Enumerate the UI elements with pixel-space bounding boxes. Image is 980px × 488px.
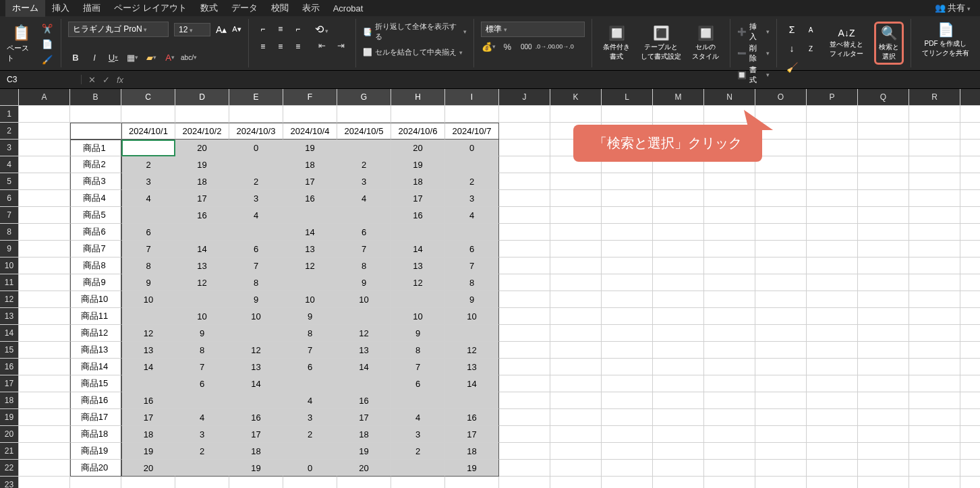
cell-O18[interactable] [755, 392, 807, 409]
cell-B21[interactable]: 商品19 [70, 443, 121, 460]
cell-C15[interactable]: 13 [121, 342, 175, 359]
cell-Q14[interactable] [858, 325, 909, 342]
cell-C2[interactable]: 2024/10/1 [121, 123, 175, 140]
cell-I9[interactable]: 6 [445, 241, 499, 257]
cell-E22[interactable]: 19 [229, 460, 283, 477]
cell-M14[interactable] [653, 325, 704, 342]
cell-E10[interactable]: 7 [229, 257, 283, 274]
cell-S15[interactable] [960, 342, 980, 359]
cell-I6[interactable]: 3 [445, 190, 499, 207]
cell-O17[interactable] [755, 375, 807, 392]
cell-Q19[interactable] [858, 409, 909, 426]
cell-D6[interactable]: 17 [175, 190, 229, 207]
cell-K18[interactable] [550, 392, 602, 409]
cell-Q2[interactable] [858, 123, 909, 140]
cell-H23[interactable] [391, 477, 445, 488]
cell-N10[interactable] [704, 257, 755, 274]
cell-H3[interactable]: 20 [391, 140, 445, 156]
ribbon-tab-1[interactable]: 挿入 [45, 0, 76, 17]
cell-Q3[interactable] [858, 140, 909, 156]
cell-J19[interactable] [499, 409, 550, 426]
cell-O11[interactable] [755, 274, 807, 291]
clear-button[interactable]: 🧹 [784, 59, 800, 75]
row-header-6[interactable]: 6 [0, 190, 19, 207]
cell-S11[interactable] [960, 274, 980, 291]
cell-M9[interactable] [653, 241, 704, 257]
cell-F11[interactable] [283, 274, 337, 291]
cell-H22[interactable] [391, 460, 445, 477]
fx-button[interactable]: fx [117, 75, 123, 85]
cell-G7[interactable] [337, 207, 391, 224]
cell-G2[interactable]: 2024/10/5 [337, 123, 391, 140]
cell-I14[interactable] [445, 325, 499, 342]
cell-B2[interactable] [70, 123, 121, 140]
cell-K10[interactable] [550, 257, 602, 274]
cell-A11[interactable] [19, 274, 70, 291]
cell-B17[interactable]: 商品15 [70, 375, 121, 392]
orientation-button[interactable]: ⟲ [315, 23, 349, 36]
cell-A14[interactable] [19, 325, 70, 342]
cell-B8[interactable]: 商品6 [70, 224, 121, 241]
col-header-K[interactable]: K [550, 89, 602, 106]
border-button[interactable]: ▦ [125, 50, 140, 65]
ribbon-tab-8[interactable]: Acrobat [326, 1, 370, 16]
row-header-9[interactable]: 9 [0, 241, 19, 257]
cell-S1[interactable] [960, 106, 980, 123]
cell-E9[interactable]: 6 [229, 241, 283, 257]
cell-D12[interactable] [175, 291, 229, 308]
increase-indent-button[interactable]: ⇥ [334, 38, 349, 53]
cell-J9[interactable] [499, 241, 550, 257]
col-header-I[interactable]: I [445, 89, 499, 106]
autosum-button[interactable]: Σ [784, 22, 800, 38]
cell-Q8[interactable] [858, 224, 909, 241]
fill-button[interactable]: ↓ [784, 40, 800, 57]
cell-L13[interactable] [602, 308, 653, 325]
ribbon-tab-5[interactable]: データ [225, 0, 264, 17]
cell-B5[interactable]: 商品3 [70, 173, 121, 190]
cell-E7[interactable]: 4 [229, 207, 283, 224]
cell-F5[interactable]: 17 [283, 173, 337, 190]
cell-K1[interactable] [550, 106, 602, 123]
cell-M10[interactable] [653, 257, 704, 274]
cell-Q1[interactable] [858, 106, 909, 123]
cell-M20[interactable] [653, 426, 704, 443]
format-painter-button[interactable]: 🖌️ [40, 53, 54, 66]
ribbon-tab-4[interactable]: 数式 [194, 0, 225, 17]
cell-S17[interactable] [960, 375, 980, 392]
cell-N18[interactable] [704, 392, 755, 409]
cell-L7[interactable] [602, 207, 653, 224]
cell-A5[interactable] [19, 173, 70, 190]
cell-B23[interactable] [70, 477, 121, 488]
cell-P23[interactable] [807, 477, 858, 488]
col-header-A[interactable]: A [19, 89, 70, 106]
row-header-10[interactable]: 10 [0, 257, 19, 274]
ribbon-tab-7[interactable]: 表示 [295, 0, 326, 17]
font-color-button[interactable]: A [163, 50, 177, 65]
cell-L16[interactable] [602, 359, 653, 375]
cell-C9[interactable]: 7 [121, 241, 175, 257]
cell-Q22[interactable] [858, 460, 909, 477]
row-header-20[interactable]: 20 [0, 426, 19, 443]
cell-H15[interactable]: 8 [391, 342, 445, 359]
cell-F21[interactable] [283, 443, 337, 460]
cell-D5[interactable]: 18 [175, 173, 229, 190]
cell-I13[interactable]: 10 [445, 308, 499, 325]
cell-E8[interactable] [229, 224, 283, 241]
cell-P4[interactable] [807, 156, 858, 173]
cell-J4[interactable] [499, 156, 550, 173]
cell-I19[interactable]: 16 [445, 409, 499, 426]
cell-Q12[interactable] [858, 291, 909, 308]
row-header-15[interactable]: 15 [0, 342, 19, 359]
cell-A1[interactable] [19, 106, 70, 123]
cell-B13[interactable]: 商品11 [70, 308, 121, 325]
cell-K23[interactable] [550, 477, 602, 488]
cell-B10[interactable]: 商品8 [70, 257, 121, 274]
col-header-E[interactable]: E [229, 89, 283, 106]
cell-M12[interactable] [653, 291, 704, 308]
cell-G1[interactable] [337, 106, 391, 123]
cell-C18[interactable]: 16 [121, 392, 175, 409]
cell-O21[interactable] [755, 443, 807, 460]
cell-J10[interactable] [499, 257, 550, 274]
cell-N8[interactable] [704, 224, 755, 241]
cell-P16[interactable] [807, 359, 858, 375]
